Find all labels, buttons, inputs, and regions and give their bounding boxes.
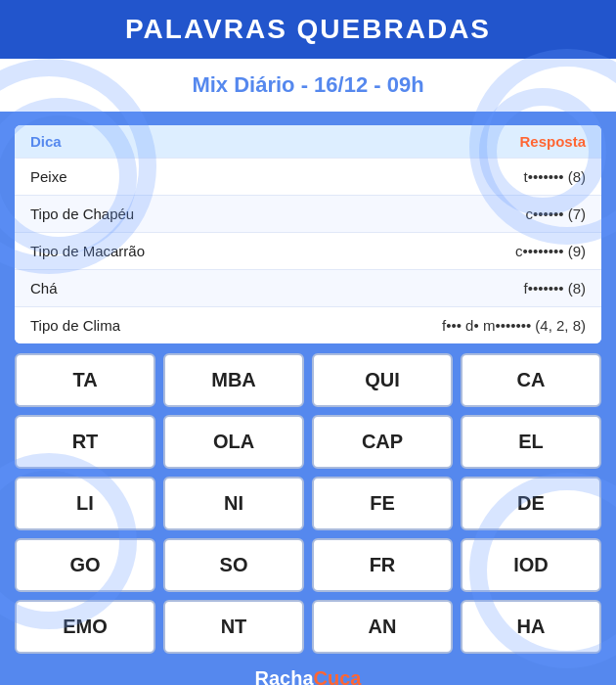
- clue-table-container: Dica Resposta Peixet••••••• (8)Tipo de C…: [15, 125, 601, 343]
- cell-dica: Chá: [15, 270, 279, 307]
- footer: RachaCuca: [255, 667, 362, 685]
- header: PALAVRAS QUEBRADAS: [0, 0, 616, 59]
- logo: RachaCuca: [255, 667, 362, 685]
- table-row: Tipo de Macarrãoc•••••••• (9): [15, 233, 601, 270]
- tile-nt[interactable]: NT: [163, 600, 304, 654]
- tile-an[interactable]: AN: [312, 600, 453, 654]
- logo-cuca: Cuca: [314, 667, 362, 685]
- cell-resposta: f••• d• m••••••• (4, 2, 8): [279, 307, 601, 344]
- cell-resposta: t••••••• (8): [279, 159, 601, 196]
- col-resposta-header: Resposta: [279, 125, 601, 159]
- app-container: PALAVRAS QUEBRADAS Mix Diário - 16/12 - …: [0, 0, 616, 685]
- page-title: PALAVRAS QUEBRADAS: [125, 14, 491, 44]
- tile-iod[interactable]: IOD: [461, 538, 601, 592]
- cell-resposta: c•••••••• (9): [279, 233, 601, 270]
- table-row: Tipo de Climaf••• d• m••••••• (4, 2, 8): [15, 307, 601, 344]
- subtitle-text: Mix Diário - 16/12 - 09h: [192, 72, 423, 97]
- tile-ola[interactable]: OLA: [163, 415, 304, 469]
- tile-de[interactable]: DE: [461, 477, 601, 530]
- tile-rt[interactable]: RT: [15, 415, 155, 469]
- cell-resposta: c•••••• (7): [279, 196, 601, 233]
- tile-el[interactable]: EL: [461, 415, 601, 469]
- tile-ca[interactable]: CA: [461, 353, 601, 407]
- tile-fe[interactable]: FE: [312, 477, 453, 530]
- table-row: Cháf••••••• (8): [15, 270, 601, 307]
- tile-go[interactable]: GO: [15, 538, 155, 592]
- col-dica-header: Dica: [15, 125, 279, 159]
- tile-qui[interactable]: QUI: [312, 353, 453, 407]
- tile-ni[interactable]: NI: [163, 477, 304, 530]
- subtitle-bar: Mix Diário - 16/12 - 09h: [0, 59, 616, 112]
- tiles-container: TAMBAQUICARTOLACAPELLINIFEDEGOSOFRIODEMO…: [15, 353, 601, 654]
- cell-dica: Tipo de Chapéu: [15, 196, 279, 233]
- logo-racha: Racha: [255, 667, 314, 685]
- table-row: Peixet••••••• (8): [15, 159, 601, 196]
- tile-mba[interactable]: MBA: [163, 353, 304, 407]
- cell-dica: Tipo de Clima: [15, 307, 279, 344]
- cell-dica: Tipo de Macarrão: [15, 233, 279, 270]
- cell-dica: Peixe: [15, 159, 279, 196]
- clue-table: Dica Resposta Peixet••••••• (8)Tipo de C…: [15, 125, 601, 343]
- table-header-row: Dica Resposta: [15, 125, 601, 159]
- tile-ha[interactable]: HA: [461, 600, 601, 654]
- cell-resposta: f••••••• (8): [279, 270, 601, 307]
- tile-cap[interactable]: CAP: [312, 415, 453, 469]
- tiles-grid: TAMBAQUICARTOLACAPELLINIFEDEGOSOFRIODEMO…: [15, 353, 601, 654]
- tile-fr[interactable]: FR: [312, 538, 453, 592]
- table-row: Tipo de Chapéuc•••••• (7): [15, 196, 601, 233]
- tile-so[interactable]: SO: [163, 538, 304, 592]
- tile-ta[interactable]: TA: [15, 353, 155, 407]
- tile-li[interactable]: LI: [15, 477, 155, 530]
- tile-emo[interactable]: EMO: [15, 600, 155, 654]
